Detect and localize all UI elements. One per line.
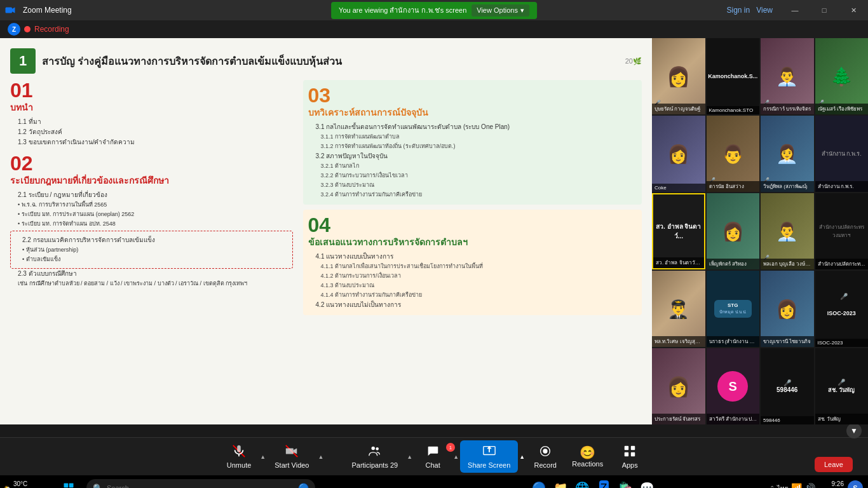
participant-cell-highlighted[interactable]: สว. อำพล จินดาว์... สว. อำพล จินดาวัฒนะ bbox=[652, 193, 705, 269]
unmute-button[interactable]: Unmute bbox=[219, 440, 259, 473]
participant-cell[interactable]: 🎤 ISOC-2023 ISOC-2023 bbox=[815, 271, 869, 347]
participant-cell[interactable]: STG ปักหมุด ป.บ.ป. นราธร (สำนักงาน ป.ย.ป… bbox=[707, 271, 760, 347]
reactions-group: 😊 Reactions bbox=[564, 442, 611, 471]
chat-notification-badge: 1 bbox=[446, 443, 455, 452]
slide-body: 01 บทนำ 1.1 ที่มา 1.2 วัตถุประสงค์ 1.3 ข… bbox=[10, 80, 642, 315]
video-caret[interactable]: ▲ bbox=[317, 444, 325, 470]
participant-cell[interactable]: 👩 ประกายรัตน์ จันทรสร bbox=[652, 348, 705, 424]
participant-name: สช. วันพัญ bbox=[815, 414, 869, 424]
s04-item-1-2: 4.1.2 ด้านกระบวนการ/เงื่อนเวลา bbox=[321, 271, 637, 280]
participant-cell[interactable]: 👩‍💼 🎤 วิษฎ์พิพล (สภาพัฒน์) bbox=[761, 116, 814, 192]
close-button[interactable]: ✕ bbox=[839, 0, 868, 20]
participants-grid: 👩 🎤 บุษยรัตน์ กาญจนดิษฐ์ Kamonchanok.S..… bbox=[652, 38, 868, 424]
svg-point-13 bbox=[543, 449, 548, 453]
s04-item-1-3: 4.1.3 ด้านงบประมาณ bbox=[321, 281, 637, 290]
participant-cell[interactable]: S สาวิตรี สำนักงาน ป.ย.ป bbox=[707, 348, 760, 424]
view-link[interactable]: View bbox=[756, 6, 773, 15]
apps-label: Apps bbox=[622, 461, 638, 469]
participant-cell[interactable]: 🎤 598446 598446 bbox=[761, 348, 814, 424]
participant-name: บุษยรัตน์ กาญจนดิษฐ์ bbox=[652, 104, 705, 114]
section-02-case-detail: เช่น กรณีศึกษาตำบลห้วย / ดอยสาม / แว้ง /… bbox=[18, 279, 293, 288]
scroll-down-button[interactable]: ▼ bbox=[846, 423, 862, 438]
participant-cell[interactable]: Kamonchanok.S... Kamonchanok.STO bbox=[707, 38, 760, 114]
participant-name: Coke bbox=[652, 184, 705, 192]
section-04-block: 04 ข้อเสนอแนวทางการบริหารจัดการตำบลฯ 4.1… bbox=[303, 210, 642, 315]
maximize-button[interactable]: □ bbox=[810, 0, 839, 20]
section-02-block: 02 ระเบียบกฎหมายที่เกี่ยวข้องและกรณีศึกษ… bbox=[10, 153, 293, 288]
app-title: Zoom Meeting bbox=[23, 6, 72, 15]
s04-item-1-4: 4.1.4 ด้านการทำงานร่วมกันภาคีเครือข่าย bbox=[321, 290, 637, 299]
taskbar-chrome-icon[interactable]: 🌐 bbox=[572, 478, 592, 488]
taskbar-line-icon[interactable]: 💬 bbox=[637, 478, 657, 488]
main-content: 1 สารบัญ ร่างคู่มือแนวทางการบริหารจัดการ… bbox=[0, 38, 868, 424]
tray-wifi-icon[interactable]: 📶 bbox=[791, 483, 802, 488]
participant-name: กรรณิการ์ บรรเทิงจิตร bbox=[761, 104, 814, 114]
apps-group: Apps bbox=[611, 440, 649, 473]
start-video-button[interactable]: Start Video bbox=[267, 440, 316, 473]
participant-cell[interactable]: 👨‍💼 🎤 พลเอก บุญเลือ วงษ์ทำ bbox=[761, 193, 814, 269]
toolbar: Unmute ▲ Start Video ▲ Participants 29 ▲… bbox=[0, 437, 868, 475]
svg-marker-1 bbox=[12, 8, 15, 13]
share-screen-icon bbox=[482, 444, 496, 460]
participant-cell[interactable]: 🎤 สช. วันพัญ สช. วันพัญ bbox=[815, 348, 869, 424]
tray-volume-icon[interactable]: 🔊 bbox=[804, 483, 815, 488]
participant-cell[interactable]: 👨‍✈️ พล.ท.วิเศษ เจริญสุข รอง ... bbox=[652, 271, 705, 347]
section-02-sub-2: • หุ้นส่วน (partnership) bbox=[22, 245, 288, 254]
section-03-title: บทวิเคราะห์สถานการณ์ปัจจุบัน bbox=[308, 105, 637, 119]
shared-screen: 1 สารบัญ ร่างคู่มือแนวทางการบริหารจัดการ… bbox=[0, 38, 652, 424]
minimize-button[interactable]: — bbox=[780, 0, 810, 20]
participants-button[interactable]: Participants 29 bbox=[344, 440, 405, 473]
unmute-caret[interactable]: ▲ bbox=[259, 444, 267, 470]
reactions-icon: 😊 bbox=[580, 446, 595, 459]
svg-rect-15 bbox=[631, 446, 635, 450]
start-button[interactable] bbox=[58, 478, 79, 488]
share-screen-button[interactable]: Share Screen bbox=[460, 440, 518, 473]
system-tray: ⌃ ไทย 📶 🔊 9:26 5/7/2566 S bbox=[770, 480, 863, 488]
window-controls: — □ ✕ bbox=[780, 0, 868, 20]
participant-name: 598446 bbox=[761, 416, 814, 424]
taskbar-edge-icon[interactable]: 🔵 bbox=[529, 478, 549, 488]
reactions-button[interactable]: 😊 Reactions bbox=[564, 442, 611, 471]
participant-name: เพ็ญพักตร์ สริทอง bbox=[707, 259, 760, 269]
participant-cell[interactable]: 👩 ขาญเขารนี ไชยานกิจ bbox=[761, 271, 814, 347]
share-caret[interactable]: ▲ bbox=[518, 444, 526, 470]
search-input[interactable] bbox=[107, 484, 294, 488]
participant-cell[interactable]: 👨 🎤 ดารนัย อินสว่าง bbox=[707, 116, 760, 192]
svg-rect-3 bbox=[237, 445, 241, 452]
participant-cell[interactable]: สำนักงาน ก.พ.ร. สำนักงาน ก.พ.ร. bbox=[815, 116, 869, 192]
section-02-item-4: • ระเบียบ มท. การจัดทำแผน อปท. 2548 bbox=[18, 219, 293, 228]
tray-thai-lang-icon[interactable]: ไทย bbox=[777, 484, 789, 489]
apps-button[interactable]: Apps bbox=[611, 440, 649, 473]
taskbar-zoom-icon[interactable]: Z bbox=[593, 478, 614, 488]
participant-cell[interactable]: สำนักงานปลัดกระทรวงมหาฯ สำนักงานปลัดกระท… bbox=[815, 193, 869, 269]
section-01-item-3: 1.3 ขอบเขตการดำเนินงาน/คำจำกัดความ bbox=[18, 137, 293, 147]
chat-label: Chat bbox=[426, 461, 440, 469]
svg-rect-19 bbox=[69, 484, 74, 488]
section-02-case: 2.3 ตัวแบบกรณีศึกษา bbox=[18, 269, 293, 278]
highlighted-participant-name: สว. อำพล จินดาว์... bbox=[656, 222, 702, 241]
s04-item-1-1: 4.1.1 ด้านกลไกเพื่อเสนาในการประสานเชื่อม… bbox=[321, 262, 637, 271]
participant-name: นราธร (สำนักงาน ป.ย.ป.) bbox=[707, 336, 760, 347]
participant-cell[interactable]: 👨‍💼 🎤 กรรณิการ์ บรรเทิงจิตร bbox=[761, 38, 814, 114]
leave-button[interactable]: Leave bbox=[815, 457, 853, 472]
tray-arrow-icon[interactable]: ⌃ bbox=[770, 485, 775, 489]
participants-group: Participants 29 ▲ bbox=[344, 440, 414, 473]
record-button[interactable]: Record bbox=[526, 440, 564, 473]
taskbar-explorer-icon[interactable]: 📁 bbox=[550, 478, 571, 488]
taskbar-store-icon[interactable]: 🛍️ bbox=[615, 478, 635, 488]
sign-in-link[interactable]: Sign in bbox=[727, 6, 750, 15]
participant-cell[interactable]: 👩 🎤 บุษยรัตน์ กาญจนดิษฐ์ bbox=[652, 38, 705, 114]
view-options-button[interactable]: View Options ▾ bbox=[471, 4, 529, 17]
record-icon bbox=[538, 444, 552, 460]
participant-name: วิษฎ์พิพล (สภาพัฒน์) bbox=[761, 181, 814, 192]
participants-caret[interactable]: ▲ bbox=[405, 444, 414, 470]
participant-cell[interactable]: 🌲 🎤 ณัฐเมสร์ เรืองพิชัยพร bbox=[815, 38, 869, 114]
participant-cell[interactable]: 👩 เพ็ญพักตร์ สริทอง bbox=[707, 193, 760, 269]
notification-center[interactable]: S bbox=[848, 480, 863, 488]
section-02-item-1: 2.1 ระเบียบ / กฎหมายที่เกี่ยวข้อง bbox=[18, 190, 293, 200]
taskbar-search-bar[interactable]: 🔍 🔵 bbox=[86, 479, 315, 488]
participant-cell[interactable]: 👩 Coke bbox=[652, 116, 705, 192]
s03-item-2-3: 3.2.3 ด้านงบประมาณ bbox=[321, 180, 637, 189]
microphone-icon bbox=[232, 444, 246, 460]
s03-item-2-2: 3.2.2 ด้านกระบวนการ/เงื่อนไขเวลา bbox=[321, 171, 637, 180]
